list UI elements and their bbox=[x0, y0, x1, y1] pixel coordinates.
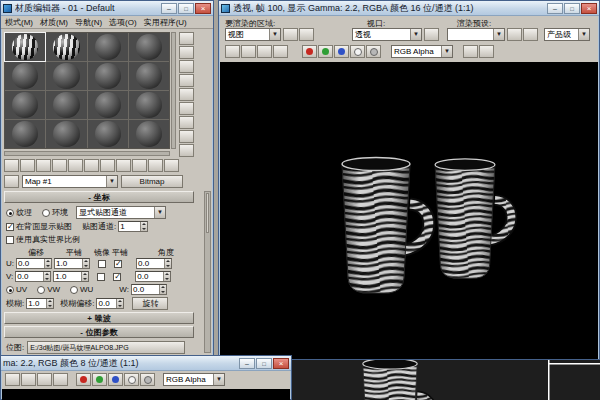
minimize-icon[interactable] bbox=[239, 358, 255, 369]
clone-window-icon[interactable] bbox=[241, 45, 256, 58]
spinner-icon[interactable] bbox=[140, 222, 147, 231]
spinner-icon[interactable] bbox=[43, 272, 50, 281]
blur-field[interactable]: 1.0 bbox=[26, 298, 54, 309]
make-preview-icon[interactable] bbox=[179, 102, 194, 115]
material-sample-slot-5[interactable] bbox=[5, 62, 45, 90]
material-sample-slot-1[interactable] bbox=[5, 33, 45, 61]
toggle-toolbar-icon[interactable] bbox=[479, 45, 494, 58]
secondary-render-canvas[interactable] bbox=[2, 389, 290, 400]
backlight-icon[interactable] bbox=[179, 46, 194, 59]
channel-display-dropdown[interactable]: RGB Alpha bbox=[391, 45, 453, 58]
show-end-result-icon[interactable] bbox=[132, 159, 147, 172]
sample-type-sphere-icon[interactable] bbox=[179, 32, 194, 45]
blur-offset-field[interactable]: 0.0 bbox=[96, 298, 124, 309]
spinner-icon[interactable] bbox=[116, 299, 123, 308]
v-mirror-checkbox[interactable] bbox=[97, 273, 105, 281]
maximize-icon[interactable] bbox=[178, 3, 194, 14]
render-setup-icon[interactable] bbox=[507, 28, 522, 41]
monochrome-icon[interactable] bbox=[140, 373, 155, 386]
minimize-icon[interactable] bbox=[161, 3, 177, 14]
spinner-icon[interactable] bbox=[81, 272, 88, 281]
material-sample-slot-4[interactable] bbox=[129, 33, 169, 61]
spinner-icon[interactable] bbox=[159, 285, 166, 294]
put-to-library-icon[interactable] bbox=[84, 159, 99, 172]
dropdown-arrow-icon[interactable] bbox=[578, 29, 589, 40]
v-offset-field[interactable]: 0.0 bbox=[15, 271, 51, 282]
material-sample-slot-8[interactable] bbox=[129, 62, 169, 90]
texture-radio[interactable] bbox=[6, 209, 14, 217]
bitmap-parameters-rollout-header[interactable]: - 位图参数 bbox=[4, 326, 194, 338]
environment-effects-icon[interactable] bbox=[523, 28, 538, 41]
pick-material-from-object-icon[interactable] bbox=[4, 175, 19, 188]
options-icon[interactable] bbox=[179, 116, 194, 129]
u-mirror-checkbox[interactable] bbox=[98, 260, 106, 268]
u-angle-field[interactable]: 0.0 bbox=[136, 258, 172, 269]
material-sample-slot-13[interactable] bbox=[5, 120, 45, 148]
close-icon[interactable] bbox=[195, 3, 211, 14]
menu-navigation[interactable]: 导航(N) bbox=[75, 17, 102, 28]
coordinates-rollout-header[interactable]: - 坐标 bbox=[4, 191, 194, 203]
clone-window-icon[interactable] bbox=[21, 373, 36, 386]
material-sample-slot-2[interactable] bbox=[46, 33, 86, 61]
save-image-icon[interactable] bbox=[5, 373, 20, 386]
monochrome-icon[interactable] bbox=[366, 45, 381, 58]
dropdown-arrow-icon[interactable] bbox=[106, 176, 117, 187]
menu-material[interactable]: 材质(M) bbox=[40, 17, 68, 28]
dropdown-arrow-icon[interactable] bbox=[441, 46, 452, 57]
w-angle-field[interactable]: 0.0 bbox=[131, 284, 167, 295]
material-name-dropdown[interactable]: Map #1 bbox=[22, 175, 118, 188]
go-to-parent-icon[interactable] bbox=[148, 159, 163, 172]
blue-channel-icon[interactable] bbox=[108, 373, 123, 386]
put-material-to-scene-icon[interactable] bbox=[20, 159, 35, 172]
material-id-channel-icon[interactable] bbox=[100, 159, 115, 172]
dropdown-arrow-icon[interactable] bbox=[493, 29, 504, 40]
area-dropdown[interactable]: 视图 bbox=[225, 28, 281, 41]
preset-dropdown[interactable] bbox=[447, 28, 505, 41]
slot-drag-strip-horizontal[interactable] bbox=[4, 151, 170, 156]
v-tiling-field[interactable]: 1.0 bbox=[53, 271, 89, 282]
show-map-in-viewport-icon[interactable] bbox=[116, 159, 131, 172]
rotate-button[interactable]: 旋转 bbox=[132, 297, 168, 310]
material-sample-slot-6[interactable] bbox=[46, 62, 86, 90]
material-sample-slot-3[interactable] bbox=[88, 33, 128, 61]
clear-image-icon[interactable] bbox=[53, 373, 68, 386]
viewport-lock-icon[interactable] bbox=[424, 28, 439, 41]
channel-display-dropdown[interactable]: RGB Alpha bbox=[163, 373, 225, 386]
u-tile-checkbox[interactable] bbox=[114, 260, 122, 268]
material-sample-slot-15[interactable] bbox=[88, 120, 128, 148]
green-channel-icon[interactable] bbox=[92, 373, 107, 386]
u-offset-field[interactable]: 0.0 bbox=[16, 258, 52, 269]
print-image-icon[interactable] bbox=[37, 373, 52, 386]
background-icon[interactable] bbox=[179, 60, 194, 73]
maximize-icon[interactable] bbox=[256, 358, 272, 369]
alpha-channel-icon[interactable] bbox=[350, 45, 365, 58]
rollout-scrollbar[interactable] bbox=[204, 191, 211, 353]
select-by-material-icon[interactable] bbox=[179, 130, 194, 143]
maximize-icon[interactable] bbox=[564, 3, 580, 14]
material-type-button[interactable]: Bitmap bbox=[121, 175, 183, 188]
material-sample-slot-11[interactable] bbox=[88, 91, 128, 119]
v-angle-field[interactable]: 0.0 bbox=[135, 271, 171, 282]
dropdown-arrow-icon[interactable] bbox=[213, 374, 224, 385]
video-color-check-icon[interactable] bbox=[179, 88, 194, 101]
alpha-channel-icon[interactable] bbox=[124, 373, 139, 386]
menu-utilities[interactable]: 实用程序(U) bbox=[144, 17, 187, 28]
auto-region-icon[interactable] bbox=[299, 28, 314, 41]
clear-image-icon[interactable] bbox=[273, 45, 288, 58]
edit-region-icon[interactable] bbox=[283, 28, 298, 41]
spinner-icon[interactable] bbox=[82, 259, 89, 268]
sample-tiling-icon[interactable] bbox=[179, 74, 194, 87]
secondary-window-titlebar[interactable]: ma: 2.2, RGB 颜色 8 位/通道 (1:1) bbox=[1, 356, 291, 371]
color-swatch-icon[interactable] bbox=[463, 45, 478, 58]
spinner-icon[interactable] bbox=[163, 272, 170, 281]
map-channel-field[interactable]: 1 bbox=[118, 221, 148, 232]
material-sample-slot-12[interactable] bbox=[129, 91, 169, 119]
menu-options[interactable]: 选项(O) bbox=[109, 17, 137, 28]
uv-radio[interactable] bbox=[6, 286, 14, 294]
material-sample-slot-14[interactable] bbox=[46, 120, 86, 148]
environment-radio[interactable] bbox=[42, 209, 50, 217]
material-sample-slot-9[interactable] bbox=[5, 91, 45, 119]
material-editor-titlebar[interactable]: 材质编辑器 - 01 - Default bbox=[1, 1, 213, 16]
menu-mode[interactable]: 模式(M) bbox=[5, 17, 33, 28]
material-sample-slot-16[interactable] bbox=[129, 120, 169, 148]
